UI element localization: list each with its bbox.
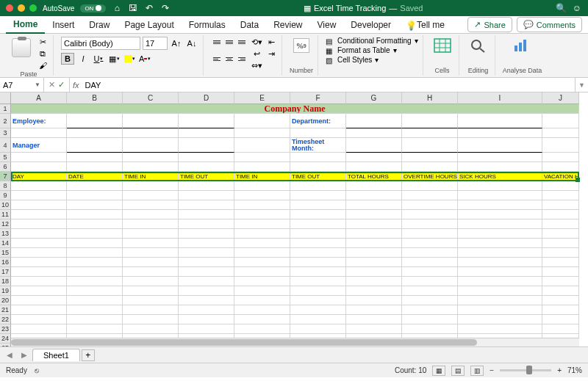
- cell-I3[interactable]: [458, 128, 542, 138]
- cell-D16[interactable]: [179, 258, 234, 267]
- cell-D14[interactable]: [179, 239, 234, 248]
- zoom-window-icon[interactable]: [29, 4, 37, 12]
- row-header-10[interactable]: 10: [0, 200, 11, 210]
- cell-G2[interactable]: [346, 114, 402, 128]
- cell-B14[interactable]: [67, 239, 123, 248]
- cell-F18[interactable]: [290, 277, 346, 286]
- cell-A8[interactable]: [11, 181, 67, 191]
- cell-H12[interactable]: [402, 219, 458, 229]
- row-header-5[interactable]: 5: [0, 153, 11, 162]
- row-header-20[interactable]: 20: [0, 296, 11, 305]
- sheet-nav-next-icon[interactable]: ▶: [18, 349, 31, 361]
- cell-F13[interactable]: [290, 229, 346, 239]
- cell-F21[interactable]: [290, 305, 346, 315]
- cell-G18[interactable]: [346, 277, 402, 286]
- cell-B19[interactable]: [67, 286, 123, 296]
- cell-H8[interactable]: [402, 181, 458, 191]
- cell-C17[interactable]: [123, 267, 179, 277]
- cell-H18[interactable]: [402, 277, 458, 286]
- cell-E18[interactable]: [234, 277, 290, 286]
- cell-A20[interactable]: [11, 296, 67, 305]
- cell-F16[interactable]: [290, 258, 346, 267]
- row-header-15[interactable]: 15: [0, 248, 11, 258]
- sheet-nav-prev-icon[interactable]: ◀: [3, 349, 16, 361]
- cell-B9[interactable]: [67, 191, 123, 200]
- cell-C5[interactable]: [123, 153, 179, 162]
- cell-I17[interactable]: [458, 267, 542, 277]
- col-header-H[interactable]: H: [402, 92, 458, 104]
- cancel-formula-icon[interactable]: ✕: [49, 80, 55, 90]
- cell-B20[interactable]: [67, 296, 123, 305]
- cell-A4[interactable]: Manager: [11, 138, 67, 153]
- cell-D18[interactable]: [179, 277, 234, 286]
- cell-E4[interactable]: [234, 138, 290, 153]
- cell-J23[interactable]: [542, 324, 579, 334]
- cut-icon[interactable]: ✂: [37, 37, 49, 47]
- cell-E17[interactable]: [234, 267, 290, 277]
- cell-J18[interactable]: [542, 277, 579, 286]
- cell-A6[interactable]: [11, 162, 67, 172]
- cell-J17[interactable]: [542, 267, 579, 277]
- row-header-8[interactable]: 8: [0, 181, 11, 191]
- cell-G12[interactable]: [346, 219, 402, 229]
- cell-C19[interactable]: [123, 286, 179, 296]
- italic-button[interactable]: I: [76, 53, 90, 65]
- cell-A17[interactable]: [11, 267, 67, 277]
- cell-I22[interactable]: [458, 315, 542, 324]
- zoom-level[interactable]: 71%: [567, 366, 582, 374]
- row-header-22[interactable]: 22: [0, 315, 11, 324]
- tab-view[interactable]: View: [310, 17, 344, 33]
- cell-A21[interactable]: [11, 305, 67, 315]
- copy-icon[interactable]: ⧉: [37, 48, 49, 59]
- cell-I8[interactable]: [458, 181, 542, 191]
- undo-icon[interactable]: ↶: [144, 3, 154, 13]
- cell-A15[interactable]: [11, 248, 67, 258]
- cell-E21[interactable]: [234, 305, 290, 315]
- fill-color-button[interactable]: ▾: [123, 53, 136, 65]
- orientation-icon[interactable]: ⟲▾: [251, 37, 262, 47]
- cell-D17[interactable]: [179, 267, 234, 277]
- cell-B11[interactable]: [67, 210, 123, 219]
- cell-D5[interactable]: [179, 153, 234, 162]
- row-header-21[interactable]: 21: [0, 305, 11, 315]
- cell-G17[interactable]: [346, 267, 402, 277]
- cell-I18[interactable]: [458, 277, 542, 286]
- col-header-G[interactable]: G: [346, 92, 402, 104]
- cell-B12[interactable]: [67, 219, 123, 229]
- cell-H2[interactable]: [402, 114, 458, 128]
- accessibility-icon[interactable]: ⎋: [35, 366, 39, 374]
- cell-A10[interactable]: [11, 200, 67, 210]
- row-header-11[interactable]: 11: [0, 210, 11, 219]
- cell-B10[interactable]: [67, 200, 123, 210]
- cell-J3[interactable]: [542, 128, 579, 138]
- cell-B22[interactable]: [67, 315, 123, 324]
- cell-C22[interactable]: [123, 315, 179, 324]
- row-header-25[interactable]: 25: [0, 344, 11, 346]
- cell-B18[interactable]: [67, 277, 123, 286]
- redo-icon[interactable]: ↷: [160, 3, 171, 13]
- cell-G19[interactable]: [346, 286, 402, 296]
- cell-E6[interactable]: [234, 162, 290, 172]
- cell-I11[interactable]: [458, 210, 542, 219]
- minimize-window-icon[interactable]: [18, 4, 25, 12]
- cell-A2[interactable]: Employee:: [11, 114, 67, 128]
- cell-C4[interactable]: [123, 138, 179, 153]
- cell-F3[interactable]: [290, 128, 346, 138]
- cell-A22[interactable]: [11, 315, 67, 324]
- cell-I13[interactable]: [458, 229, 542, 239]
- home-icon[interactable]: ⌂: [112, 3, 122, 13]
- cell-E8[interactable]: [234, 181, 290, 191]
- cell-E14[interactable]: [234, 239, 290, 248]
- add-sheet-button[interactable]: +: [82, 349, 95, 361]
- col-header-D[interactable]: D: [179, 92, 234, 104]
- cell-E22[interactable]: [234, 315, 290, 324]
- cell-F17[interactable]: [290, 267, 346, 277]
- editing-button[interactable]: [467, 37, 490, 54]
- cell-I12[interactable]: [458, 219, 542, 229]
- tab-developer[interactable]: Developer: [343, 17, 398, 33]
- row-header-24[interactable]: 24: [0, 334, 11, 344]
- cell-G22[interactable]: [346, 315, 402, 324]
- cell-D15[interactable]: [179, 248, 234, 258]
- cell-F7[interactable]: TIME OUT: [290, 172, 346, 181]
- cell-F2[interactable]: Department:: [290, 114, 346, 128]
